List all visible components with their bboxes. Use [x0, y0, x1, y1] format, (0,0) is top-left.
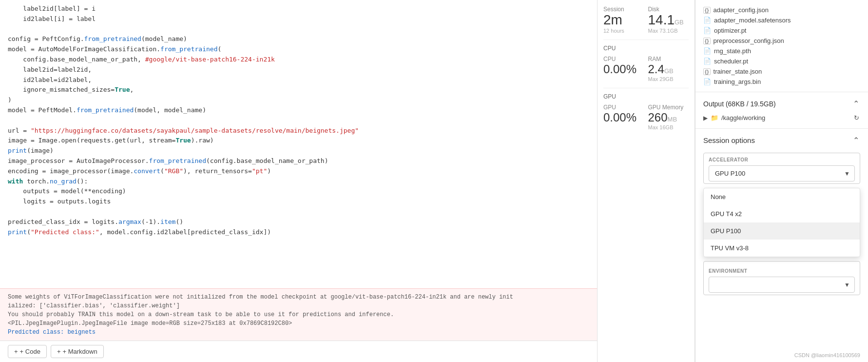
accelerator-select-wrapper: None GPU T4 x2 GPU P100 TPU VM v3-8 ▼	[709, 165, 855, 181]
file-item-optimizer[interactable]: 📄 optimizer.pt	[703, 25, 860, 36]
session-metric: Session 2m 12 hours	[603, 6, 644, 34]
output-line-4: <PIL.JpegImagePlugin.JpegImageFile image…	[8, 319, 589, 328]
file-item-training-args[interactable]: 📄 training_args.bin	[703, 77, 860, 87]
file-item-preprocessor[interactable]: {} preprocessor_config.json	[703, 36, 860, 46]
markdown-button-label: + Markdown	[62, 348, 97, 355]
plus-icon-md: +	[57, 348, 61, 355]
file-icon: 📄	[703, 58, 711, 65]
file-name: rng_state.pth	[714, 47, 751, 55]
output-line-2: ialized: ['classifier.bias', 'classifier…	[8, 302, 589, 310]
file-name: adapter_config.json	[714, 6, 769, 14]
file-item-adapter-config[interactable]: {} adapter_config.json	[703, 5, 860, 15]
session-options-title: Session options	[703, 136, 755, 144]
cpu-metric: CPU 0.00%	[603, 56, 644, 82]
file-name: training_args.bin	[714, 78, 761, 85]
accelerator-select[interactable]: None GPU T4 x2 GPU P100 TPU VM v3-8	[709, 165, 855, 181]
dropdown-item-gpu-t4[interactable]: GPU T4 x2	[704, 205, 860, 222]
gpu-memory-metric: GPU Memory 260MB Max 16GB	[648, 104, 689, 130]
environment-select-wrapper: ▼	[709, 277, 855, 293]
plus-icon: +	[14, 348, 18, 355]
file-icon: 📄	[703, 78, 711, 85]
json-icon: {}	[703, 7, 711, 14]
session-label: Session	[603, 6, 644, 13]
output-section-header: Output (68KB / 19.5GB) ⌃	[703, 98, 860, 109]
cpu-section-title: CPU	[603, 45, 689, 52]
accelerator-dropdown-menu: None GPU T4 x2 GPU P100 TPU VM v3-8	[703, 188, 860, 257]
ram-value: 2.4GB	[648, 62, 689, 76]
environment-label: ENVIRONMENT	[709, 265, 855, 274]
gpu-section-title: GPU	[603, 93, 689, 100]
output-collapse-button[interactable]: ⌃	[852, 98, 860, 109]
file-icon: 📄	[703, 27, 711, 34]
file-icon: 📄	[703, 47, 711, 55]
watermark: CSDN @liaomin416100569	[791, 350, 864, 360]
output-folder-path: /kaggle/working	[721, 114, 765, 121]
output-section: Output (68KB / 19.5GB) ⌃ ▶ 📁 /kaggle/wor…	[695, 92, 868, 129]
json-icon: {}	[703, 68, 711, 75]
disk-value: 14.1GB	[648, 13, 689, 28]
file-name: trainer_state.json	[714, 68, 762, 75]
gpu-memory-sub: Max 16GB	[648, 124, 689, 130]
cpu-value: 0.00%	[603, 62, 644, 76]
environment-select[interactable]	[709, 277, 855, 293]
files-section: {} adapter_config.json 📄 adapter_model.s…	[695, 0, 868, 92]
file-item-adapter-model[interactable]: 📄 adapter_model.safetensors	[703, 15, 860, 25]
ram-metric: RAM 2.4GB Max 29GB	[648, 56, 689, 82]
add-code-button[interactable]: + + Code	[8, 345, 47, 358]
json-icon: {}	[703, 38, 711, 44]
output-section-title: Output (68KB / 19.5GB)	[703, 100, 776, 108]
code-editor: label2id[label] = i id2label[i] = label …	[0, 0, 598, 362]
gpu-label: GPU	[603, 104, 644, 111]
metrics-panel: Session 2m 12 hours Disk 14.1GB Max 73.1…	[598, 0, 695, 362]
dropdown-item-tpu[interactable]: TPU VM v3-8	[704, 240, 860, 257]
file-name: adapter_model.safetensors	[714, 17, 791, 24]
session-options-section: Session options ⌃ ACCELERATOR None GPU T…	[695, 129, 868, 362]
disk-sub: Max 73.1GB	[648, 28, 689, 34]
gpu-memory-label: GPU Memory	[648, 104, 689, 111]
disk-label: Disk	[648, 6, 689, 13]
disk-metric: Disk 14.1GB Max 73.1GB	[648, 6, 689, 34]
output-folder-left: ▶ 📁 /kaggle/working	[703, 114, 765, 121]
file-item-rng[interactable]: 📄 rng_state.pth	[703, 46, 860, 56]
file-name: scheduler.pt	[714, 58, 748, 65]
file-name: preprocessor_config.json	[714, 37, 784, 44]
output-line-1: Some weights of ViTForImageClassificatio…	[8, 293, 589, 302]
gpu-value: 0.00%	[603, 111, 644, 124]
gpu-metric: GPU 0.00%	[603, 104, 644, 130]
right-sidebar: {} adapter_config.json 📄 adapter_model.s…	[695, 0, 868, 362]
code-button-label: + Code	[20, 348, 40, 355]
add-markdown-button[interactable]: + + Markdown	[51, 345, 104, 358]
session-options-collapse-button[interactable]: ⌃	[852, 135, 860, 146]
file-item-scheduler[interactable]: 📄 scheduler.pt	[703, 56, 860, 66]
output-line-5: Predicted class: beignets	[8, 328, 589, 337]
file-name: optimizer.pt	[714, 27, 746, 34]
expand-icon[interactable]: ▶	[703, 115, 708, 121]
dropdown-item-gpu-p100[interactable]: GPU P100	[704, 222, 860, 240]
session-options-header: Session options ⌃	[703, 135, 860, 146]
output-block: Some weights of ViTForImageClassificatio…	[0, 288, 597, 341]
ram-label: RAM	[648, 56, 689, 62]
ram-sub: Max 29GB	[648, 76, 689, 82]
code-content[interactable]: label2id[label] = i id2label[i] = label …	[0, 0, 597, 288]
dropdown-item-none[interactable]: None	[704, 188, 860, 205]
output-folder-row: ▶ 📁 /kaggle/working ↻	[703, 113, 860, 122]
cpu-label: CPU	[603, 56, 644, 62]
session-value: 2m	[603, 13, 644, 28]
session-sub: 12 hours	[603, 28, 644, 34]
file-item-trainer-state[interactable]: {} trainer_state.json	[703, 66, 860, 77]
notebook-toolbar: + + Code + + Markdown	[0, 341, 597, 362]
file-icon: 📄	[703, 17, 711, 24]
folder-icon: 📁	[711, 114, 718, 121]
gpu-memory-value: 260MB	[648, 111, 689, 124]
output-line-3: You should probably TRAIN this model on …	[8, 310, 589, 319]
accelerator-label: ACCELERATOR	[709, 157, 855, 162]
refresh-button[interactable]: ↻	[853, 113, 860, 122]
